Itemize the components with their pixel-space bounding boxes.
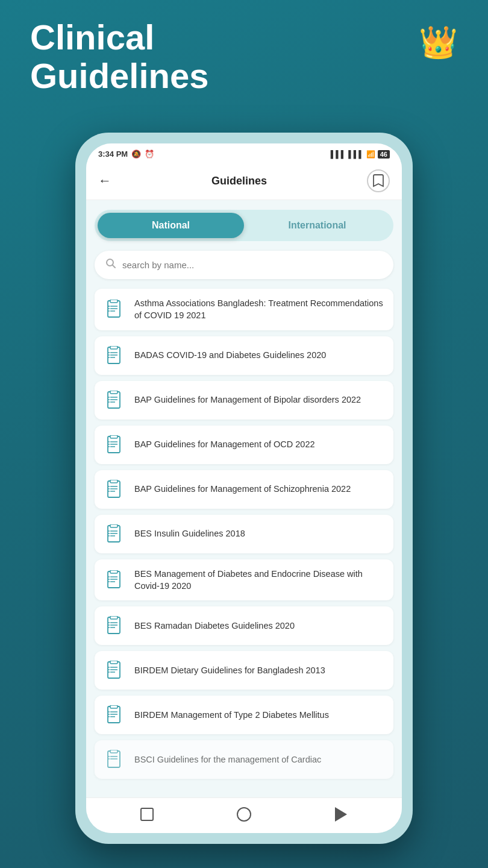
guideline-item[interactable]: BAP Guidelines for Management of OCD 202… [95, 426, 393, 464]
tab-container: National International [95, 210, 393, 241]
nav-title: Guidelines [211, 175, 267, 187]
svg-rect-2 [110, 300, 117, 303]
svg-point-9 [108, 310, 110, 312]
page-title: Clinical Guidelines [30, 18, 209, 95]
svg-point-41 [108, 491, 110, 492]
bookmark-button[interactable] [367, 169, 390, 192]
svg-point-39 [108, 486, 110, 487]
guideline-icon [104, 434, 126, 456]
svg-point-25 [108, 401, 110, 403]
guideline-item[interactable]: BAP Guidelines for Management of Bipolar… [95, 381, 393, 420]
svg-point-63 [108, 622, 110, 623]
svg-point-17 [108, 357, 110, 358]
guideline-icon [104, 659, 126, 681]
guideline-icon [104, 569, 126, 591]
svg-point-49 [108, 535, 110, 536]
guideline-item[interactable]: BAP Guidelines for Management of Schizop… [95, 470, 393, 509]
search-input[interactable] [122, 260, 383, 270]
svg-point-23 [108, 397, 110, 398]
guideline-title: BES Insulin Guidelines 2018 [134, 527, 245, 539]
svg-rect-19 [110, 391, 117, 394]
phone-screen: 3:34 PM 🔕 ⏰ ▌▌▌ ▌▌▌ 📶 46 ← Guidelines [86, 143, 402, 833]
svg-rect-11 [110, 346, 117, 349]
svg-point-16 [108, 354, 110, 356]
guideline-item[interactable]: BADAS COVID-19 and Diabetes Guidelines 2… [95, 336, 393, 375]
guideline-icon [104, 523, 126, 545]
svg-point-47 [108, 530, 110, 532]
svg-point-65 [108, 627, 110, 628]
guideline-icon [104, 615, 126, 637]
guideline-item[interactable]: BIRDEM Dietary Guidelines for Bangladesh… [95, 651, 393, 690]
svg-point-7 [108, 306, 110, 307]
svg-point-87 [108, 758, 110, 760]
svg-rect-27 [110, 435, 117, 438]
circle-icon [237, 807, 251, 822]
time-display: 3:34 PM [98, 149, 128, 159]
guideline-item[interactable]: BSCI Guidelines for the management of Ca… [95, 740, 393, 779]
svg-rect-51 [110, 570, 117, 573]
tab-international[interactable]: International [244, 213, 390, 238]
svg-point-71 [108, 667, 110, 668]
guideline-icon [104, 479, 126, 500]
guideline-title: BAP Guidelines for Management of Bipolar… [134, 394, 361, 406]
wifi2-icon: 📶 [366, 150, 375, 159]
svg-point-73 [108, 671, 110, 673]
wifi-icon: ▌▌▌ [348, 150, 364, 159]
svg-point-8 [108, 308, 110, 309]
guideline-title: BES Ramadan Diabetes Guidelines 2020 [134, 620, 295, 632]
back-nav-button[interactable] [332, 805, 350, 823]
clock-icon: ⏰ [145, 149, 154, 159]
svg-point-80 [108, 714, 110, 715]
guideline-item[interactable]: BES Management of Diabetes and Endocrine… [95, 559, 393, 601]
svg-point-72 [108, 669, 110, 670]
status-right: ▌▌▌ ▌▌▌ 📶 46 [331, 150, 390, 159]
guideline-item[interactable]: BES Insulin Guidelines 2018 [95, 515, 393, 553]
svg-point-31 [108, 441, 110, 442]
content-area: National International [86, 200, 402, 797]
svg-point-32 [108, 444, 110, 445]
svg-point-24 [108, 399, 110, 400]
bookmark-icon [373, 174, 384, 187]
guideline-list: Asthma Associations Bangladesh: Treatmen… [95, 289, 393, 779]
svg-point-64 [108, 624, 110, 626]
svg-rect-59 [110, 616, 117, 619]
svg-point-33 [108, 446, 110, 447]
guideline-item[interactable]: Asthma Associations Bangladesh: Treatmen… [95, 289, 393, 330]
guideline-icon [104, 704, 126, 726]
svg-point-55 [108, 576, 110, 577]
svg-rect-43 [110, 524, 117, 527]
svg-rect-35 [110, 480, 117, 483]
guideline-icon [104, 298, 126, 320]
battery-indicator: 46 [378, 150, 390, 159]
guideline-title: BIRDEM Management of Type 2 Diabetes Mel… [134, 709, 329, 721]
phone-frame: 3:34 PM 🔕 ⏰ ▌▌▌ ▌▌▌ 📶 46 ← Guidelines [75, 133, 413, 844]
svg-rect-75 [110, 705, 117, 708]
svg-rect-67 [110, 661, 117, 664]
svg-point-86 [108, 756, 110, 757]
tab-national[interactable]: National [98, 213, 244, 238]
svg-point-56 [108, 579, 110, 580]
guideline-title: Asthma Associations Bangladesh: Treatmen… [134, 297, 384, 322]
guideline-title: BSCI Guidelines for the management of Ca… [134, 753, 321, 766]
svg-point-81 [108, 716, 110, 717]
nav-bar: ← Guidelines [86, 162, 402, 200]
guideline-icon [104, 749, 126, 770]
guideline-item[interactable]: BIRDEM Management of Type 2 Diabetes Mel… [95, 696, 393, 734]
guideline-item[interactable]: BES Ramadan Diabetes Guidelines 2020 [95, 606, 393, 645]
guideline-title: BES Management of Diabetes and Endocrine… [134, 568, 384, 593]
svg-point-15 [108, 352, 110, 353]
crown-icon: 👑 [419, 24, 458, 61]
svg-point-48 [108, 533, 110, 534]
back-button[interactable]: ← [98, 173, 111, 189]
recent-button[interactable] [138, 805, 156, 823]
guideline-title: BIRDEM Dietary Guidelines for Bangladesh… [134, 664, 325, 676]
svg-point-40 [108, 488, 110, 489]
guideline-title: BAP Guidelines for Management of Schizop… [134, 483, 351, 495]
svg-point-57 [108, 581, 110, 582]
search-bar [95, 251, 393, 279]
home-button[interactable] [235, 805, 253, 823]
signal-icon: ▌▌▌ [331, 150, 346, 159]
guideline-title: BADAS COVID-19 and Diabetes Guidelines 2… [134, 349, 326, 361]
guideline-icon [104, 389, 126, 411]
triangle-icon [335, 807, 347, 822]
